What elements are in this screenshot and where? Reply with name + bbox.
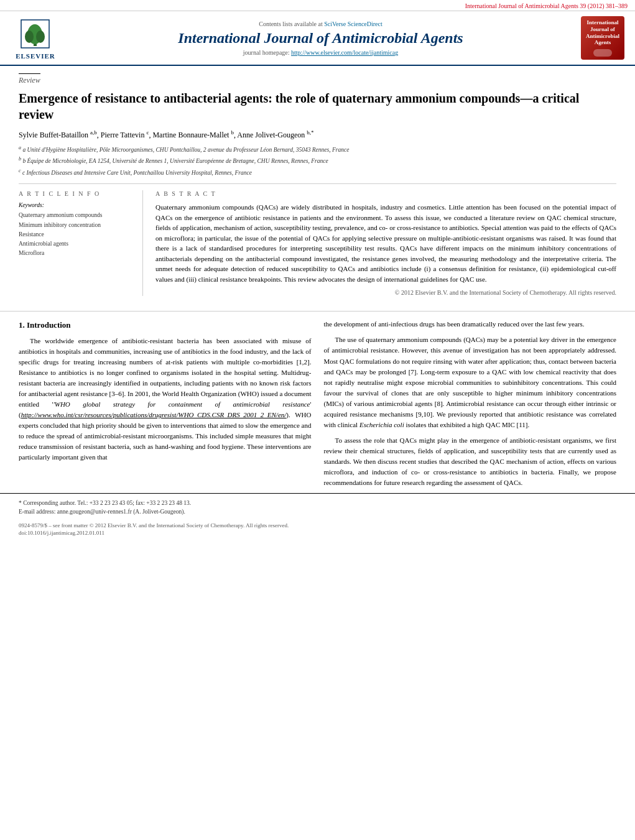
homepage-link[interactable]: http://www.elsevier.com/locate/ijantimic… [291,49,398,56]
badge-title: International Journal of Antimicrobial A… [583,19,622,46]
elsevier-logo-area: ELSEVIER [7,17,63,60]
article-type: Review [19,73,616,85]
body-col2-para2: The use of quaternary ammonium compounds… [324,335,617,430]
svg-point-5 [36,30,45,43]
affiliation-a: a a Unité d'Hygiène Hospitalière, Pôle M… [19,144,616,154]
journal-header-center: Contents lists available at SciVerse Sci… [63,21,578,56]
journal-badge: International Journal of Antimicrobial A… [581,16,624,60]
section1-title: 1. Introduction [19,319,312,331]
email-note: E-mail address: anne.gougeon@univ-rennes… [19,507,616,516]
article-info-abstract: A R T I C L E I N F O Keywords: Quaterna… [19,183,616,296]
authors: Sylvie Buffet-Bataillon a,b, Pierre Tatt… [19,129,616,141]
abstract-header: A B S T R A C T [155,190,616,197]
affiliation-b: b b Équipe de Microbiologie, EA 1254, Un… [19,155,616,165]
doi-line: doi:10.1016/j.ijantimicag.2012.01.011 [19,529,616,537]
body-content: 1. Introduction The worldwide emergence … [0,319,635,493]
body-col2-para1: the development of anti-infectious drugs… [324,319,617,330]
journal-homepage: journal homepage: http://www.elsevier.co… [70,49,572,56]
svg-point-4 [25,30,34,43]
elsevier-logo: ELSEVIER [16,17,55,60]
article-content: Review Emergence of resistance to antiba… [0,66,635,303]
abstract-col: A B S T R A C T Quaternary ammonium comp… [155,190,616,296]
keywords-label: Keywords: [19,202,133,208]
reported-text: reported [480,410,503,418]
body-col-right: the development of anti-infectious drugs… [324,319,617,493]
journal-reference: International Journal of Antimicrobial A… [465,2,628,9]
journal-title: International Journal of Antimicrobial A… [70,30,572,47]
sciverse-line: Contents lists available at SciVerse Sci… [70,21,572,27]
copyright-line: © 2012 Elsevier B.V. and the Internation… [155,289,616,296]
body-col-left: 1. Introduction The worldwide emergence … [19,319,312,493]
elsevier-tree-icon [18,17,52,51]
affiliation-c: c c Infectious Diseases and Intensive Ca… [19,167,616,177]
article-title: Emergence of resistance to antibacterial… [19,90,616,122]
top-bar: International Journal of Antimicrobial A… [0,0,635,11]
corresponding-note: * Corresponding author. Tel.: +33 2 23 2… [19,499,616,507]
sciverse-link[interactable]: SciVerse ScienceDirect [324,21,382,27]
footer: 0924-8579/$ – see front matter © 2012 El… [0,519,635,540]
keyword-1: Quaternary ammonium compounds [19,211,133,220]
keyword-4: Antimicrobial agents [19,239,133,249]
footnote-area: * Corresponding author. Tel.: +33 2 23 2… [0,493,635,519]
issn-line: 0924-8579/$ – see front matter © 2012 El… [19,522,616,530]
affiliations: a a Unité d'Hygiène Hospitalière, Pôle M… [19,144,616,177]
journal-header: ELSEVIER Contents lists available at Sci… [0,11,635,66]
body-col1-para1: The worldwide emergence of antibiotic-re… [19,336,312,463]
keyword-5: Microflora [19,249,133,258]
section-divider [0,311,635,312]
body-col2-para3: To assess the role that QACs might play … [324,435,617,488]
abstract-text: Quaternary ammonium compounds (QACs) are… [155,202,616,284]
keywords-list: Quaternary ammonium compounds Minimum in… [19,211,133,258]
journal-badge-area: International Journal of Antimicrobial A… [578,16,628,60]
article-info-header: A R T I C L E I N F O [19,190,133,197]
article-info-col: A R T I C L E I N F O Keywords: Quaterna… [19,190,143,296]
keyword-2: Minimum inhibitory concentration [19,221,133,230]
elsevier-text: ELSEVIER [16,52,55,60]
keyword-3: Resistance [19,230,133,239]
